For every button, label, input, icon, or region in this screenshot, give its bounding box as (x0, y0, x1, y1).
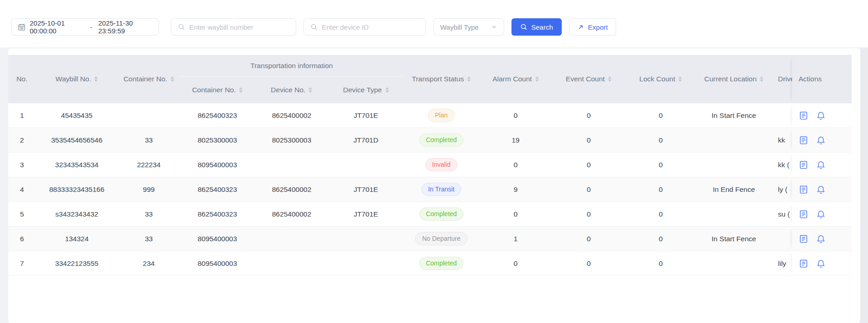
waybill-detail-button[interactable] (799, 160, 809, 170)
waybill-detail-button[interactable] (799, 135, 809, 145)
cell-waybill-no: 32343543534 (36, 161, 118, 169)
cell-alarm-count: 1 (479, 235, 552, 243)
cell-container-no: 33 (118, 210, 180, 218)
cell-current-location: In Start Fence (696, 111, 772, 120)
alarm-bell-button[interactable] (816, 135, 826, 145)
sort-icon[interactable] (467, 76, 471, 82)
cell-container-no: 234 (118, 259, 180, 268)
column-header-trans-container-no[interactable]: Container No. (180, 77, 255, 103)
alarm-bell-button[interactable] (816, 209, 826, 219)
export-button[interactable]: Export (569, 18, 616, 36)
column-header-device-type[interactable]: Device Type (328, 77, 404, 103)
alarm-bell-button[interactable] (816, 111, 826, 121)
cell-trans-container-no: 8095400003 (180, 259, 255, 268)
column-header-container-no[interactable]: Container No. (118, 55, 180, 103)
sort-icon[interactable] (385, 87, 389, 93)
status-badge: Completed (419, 133, 464, 147)
cell-container-no: 999 (118, 185, 180, 194)
status-badge: Plan (428, 109, 454, 122)
cell-device-no: 8625400002 (255, 210, 328, 218)
cell-actions (792, 103, 852, 127)
date-range-start[interactable]: 2025-10-01 00:00:00 (30, 19, 84, 35)
cell-event-count: 0 (552, 235, 625, 243)
sort-icon[interactable] (309, 87, 312, 93)
cell-alarm-count: 9 (479, 185, 552, 194)
date-range-end[interactable]: 2025-11-30 23:59:59 (98, 19, 152, 35)
cell-current-location: In Start Fence (696, 235, 772, 243)
calendar-icon (18, 23, 26, 31)
cell-trans-container-no: 8095400003 (180, 161, 255, 169)
cell-device-no: 8025300003 (255, 136, 328, 144)
column-group-transportation-information: Transportation information (180, 55, 404, 77)
cell-transport-status: In Transit (404, 183, 479, 196)
search-icon (520, 23, 527, 31)
alarm-bell-button[interactable] (816, 234, 826, 244)
table-row: 5 s3432343432 33 8625400323 8625400002 J… (8, 202, 852, 227)
cell-device-no: 8625400002 (255, 111, 328, 120)
filter-toolbar: 2025-10-01 00:00:00 - 2025-11-30 23:59:5… (0, 0, 868, 48)
waybill-detail-button[interactable] (799, 185, 809, 195)
cell-waybill-no: s3432343432 (36, 210, 118, 218)
waybill-detail-button[interactable] (799, 259, 809, 269)
waybill-detail-button[interactable] (799, 234, 809, 244)
cell-container-no: 33 (118, 136, 180, 144)
cell-alarm-count: 0 (479, 210, 552, 218)
column-header-lock-count[interactable]: Lock Count (625, 55, 696, 103)
status-badge: No Departure (415, 232, 467, 245)
cell-alarm-count: 0 (479, 161, 552, 169)
waybill-detail-button[interactable] (799, 111, 809, 121)
table-row: 6 134324 33 8095400003 No Departure 1 0 … (8, 227, 852, 251)
waybill-detail-button[interactable] (799, 209, 809, 219)
cell-container-no: 33 (118, 235, 180, 243)
sort-icon[interactable] (170, 76, 174, 82)
column-header-alarm-count[interactable]: Alarm Count (479, 55, 552, 103)
cell-lock-count: 0 (625, 136, 696, 144)
column-header-actions: Actions (792, 55, 852, 103)
sort-icon[interactable] (678, 76, 682, 82)
sort-icon[interactable] (608, 76, 612, 82)
cell-no: 7 (8, 259, 36, 268)
cell-trans-container-no: 8025300003 (180, 136, 255, 144)
cell-transport-status: Plan (404, 109, 479, 122)
cell-actions (792, 153, 852, 177)
cell-waybill-no: 134324 (36, 235, 118, 243)
table-row: 4 88333323435166 999 8625400323 86254000… (8, 177, 852, 202)
search-button[interactable]: Search (511, 18, 562, 36)
vertical-scrollbar[interactable] (860, 48, 868, 323)
alarm-bell-button[interactable] (816, 160, 826, 170)
waybill-type-value: Waybill Type (440, 23, 479, 31)
date-range-separator: - (88, 23, 94, 31)
date-range-picker[interactable]: 2025-10-01 00:00:00 - 2025-11-30 23:59:5… (11, 18, 159, 36)
column-header-waybill-no[interactable]: Waybill No. (36, 55, 118, 103)
sort-icon[interactable] (760, 76, 763, 82)
device-id-input[interactable]: Enter device ID (304, 18, 426, 36)
alarm-bell-button[interactable] (816, 259, 826, 269)
sort-icon[interactable] (535, 76, 539, 82)
waybill-type-select[interactable]: Waybill Type (433, 18, 504, 36)
cell-trans-container-no: 8625400323 (180, 210, 255, 218)
cell-device-type: JT701E (328, 185, 404, 194)
cell-waybill-no: 88333323435166 (36, 185, 118, 194)
sort-icon[interactable] (239, 87, 243, 93)
cell-transport-status: Completed (404, 257, 479, 270)
cell-no: 4 (8, 185, 36, 194)
column-header-no: No. (8, 55, 36, 103)
cell-alarm-count: 0 (479, 111, 552, 120)
cell-event-count: 0 (552, 185, 625, 194)
cell-device-type: JT701E (328, 111, 404, 120)
search-button-label: Search (531, 23, 553, 31)
sort-icon[interactable] (94, 76, 98, 82)
column-header-transport-status[interactable]: Transport Status (404, 55, 479, 103)
waybill-table-card: No. Waybill No. Container No. Transporta… (8, 48, 860, 323)
cell-transport-status: No Departure (404, 232, 479, 245)
cell-event-count: 0 (552, 210, 625, 218)
column-header-current-location[interactable]: Current Location (696, 55, 772, 103)
table-row: 3 32343543534 222234 8095400003 Invalid … (8, 153, 852, 177)
column-header-device-no[interactable]: Device No. (255, 77, 328, 103)
cell-container-no: 222234 (118, 161, 180, 169)
column-header-event-count[interactable]: Event Count (552, 55, 625, 103)
alarm-bell-button[interactable] (816, 185, 826, 195)
waybill-number-input[interactable]: Enter waybill number (171, 18, 296, 36)
waybill-number-placeholder: Enter waybill number (189, 23, 253, 31)
cell-alarm-count: 19 (479, 136, 552, 144)
